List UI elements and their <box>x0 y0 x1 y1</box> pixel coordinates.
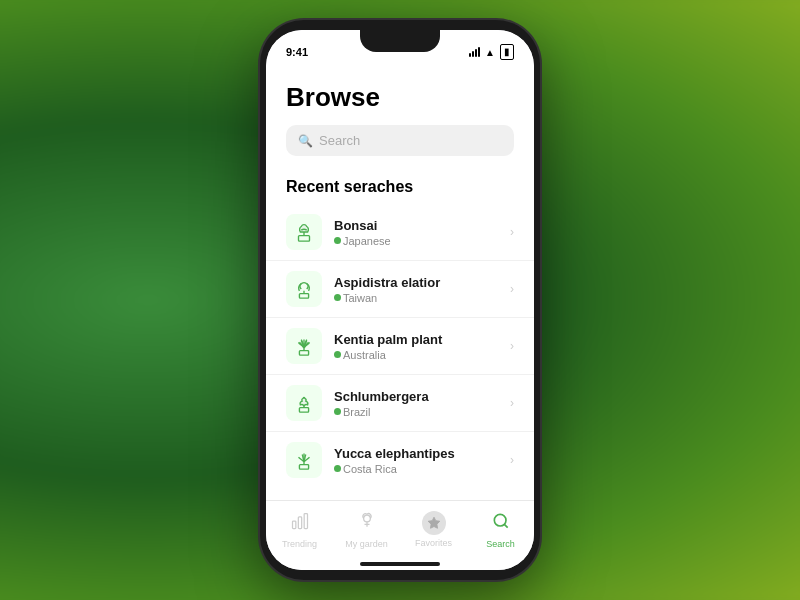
tab-search-label: Search <box>486 539 515 549</box>
plant-item-yucca[interactable]: Yucca elephantipes Costa Rica › <box>266 432 534 488</box>
tab-trending[interactable]: Trending <box>266 511 333 549</box>
plant-origin-aspidistra: Taiwan <box>334 292 498 304</box>
tab-trending-label: Trending <box>282 539 317 549</box>
svg-rect-3 <box>299 408 308 413</box>
phone-notch <box>360 30 440 52</box>
home-indicator[interactable] <box>360 562 440 566</box>
plant-name-bonsai: Bonsai <box>334 218 498 233</box>
plant-name-aspidistra: Aspidistra elatior <box>334 275 498 290</box>
svg-rect-4 <box>299 465 308 470</box>
chevron-icon-kentia: › <box>510 339 514 353</box>
plant-icon-kentia <box>286 328 322 364</box>
signal-icon <box>469 47 480 57</box>
content-area: Browse 🔍 Search Recent seraches <box>266 66 534 500</box>
plant-list: Bonsai Japanese › <box>266 204 534 488</box>
tab-favorites-label: Favorites <box>415 538 452 548</box>
tab-my-garden-label: My garden <box>345 539 388 549</box>
svg-rect-7 <box>304 513 307 528</box>
plant-origin-yucca: Costa Rica <box>334 463 498 475</box>
search-tab-icon <box>491 511 511 536</box>
svg-rect-1 <box>299 294 308 299</box>
search-placeholder: Search <box>319 133 360 148</box>
location-icon-kentia <box>334 351 341 358</box>
plant-item-bonsai[interactable]: Bonsai Japanese › <box>266 204 534 261</box>
page-title: Browse <box>286 82 514 113</box>
plant-name-kentia: Kentia palm plant <box>334 332 498 347</box>
plant-icon-bonsai <box>286 214 322 250</box>
location-icon-bonsai <box>334 237 341 244</box>
svg-rect-6 <box>298 516 301 528</box>
search-icon: 🔍 <box>298 134 313 148</box>
plant-info-kentia: Kentia palm plant Australia <box>334 332 498 361</box>
plant-item-schlumbergera[interactable]: Schlumbergera Brazil › <box>266 375 534 432</box>
battery-icon: ▮ <box>500 44 514 60</box>
plant-icon-yucca <box>286 442 322 478</box>
phone-device: 9:41 ▲ ▮ Browse 🔍 Search <box>260 20 540 580</box>
search-bar[interactable]: 🔍 Search <box>286 125 514 156</box>
plant-origin-kentia: Australia <box>334 349 498 361</box>
plant-origin-schlumbergera: Brazil <box>334 406 498 418</box>
plant-name-yucca: Yucca elephantipes <box>334 446 498 461</box>
plant-info-yucca: Yucca elephantipes Costa Rica <box>334 446 498 475</box>
svg-rect-0 <box>299 236 310 242</box>
favorites-icon <box>422 511 446 535</box>
plant-info-aspidistra: Aspidistra elatior Taiwan <box>334 275 498 304</box>
plant-item-aspidistra[interactable]: Aspidistra elatior Taiwan › <box>266 261 534 318</box>
plant-icon-aspidistra <box>286 271 322 307</box>
tab-my-garden[interactable]: My garden <box>333 511 400 549</box>
svg-point-9 <box>494 514 506 526</box>
garden-icon <box>357 511 377 536</box>
location-icon-schlumbergera <box>334 408 341 415</box>
plant-icon-schlumbergera <box>286 385 322 421</box>
wifi-icon: ▲ <box>485 47 495 58</box>
svg-rect-2 <box>299 351 308 356</box>
plant-name-schlumbergera: Schlumbergera <box>334 389 498 404</box>
chevron-icon-schlumbergera: › <box>510 396 514 410</box>
svg-rect-5 <box>292 521 295 529</box>
plant-item-kentia[interactable]: Kentia palm plant Australia › <box>266 318 534 375</box>
tab-bar: Trending My garden <box>266 500 534 570</box>
location-icon-yucca <box>334 465 341 472</box>
svg-point-8 <box>363 515 370 522</box>
page-header: Browse 🔍 Search <box>266 66 534 164</box>
chevron-icon-bonsai: › <box>510 225 514 239</box>
tab-favorites[interactable]: Favorites <box>400 511 467 548</box>
phone-screen: 9:41 ▲ ▮ Browse 🔍 Search <box>266 30 534 570</box>
status-time: 9:41 <box>286 46 308 58</box>
plant-info-bonsai: Bonsai Japanese <box>334 218 498 247</box>
status-icons: ▲ ▮ <box>469 44 514 60</box>
plant-info-schlumbergera: Schlumbergera Brazil <box>334 389 498 418</box>
trending-icon <box>290 511 310 536</box>
tab-search[interactable]: Search <box>467 511 534 549</box>
plant-origin-bonsai: Japanese <box>334 235 498 247</box>
chevron-icon-aspidistra: › <box>510 282 514 296</box>
chevron-icon-yucca: › <box>510 453 514 467</box>
recent-searches-label: Recent seraches <box>266 164 534 204</box>
location-icon-aspidistra <box>334 294 341 301</box>
